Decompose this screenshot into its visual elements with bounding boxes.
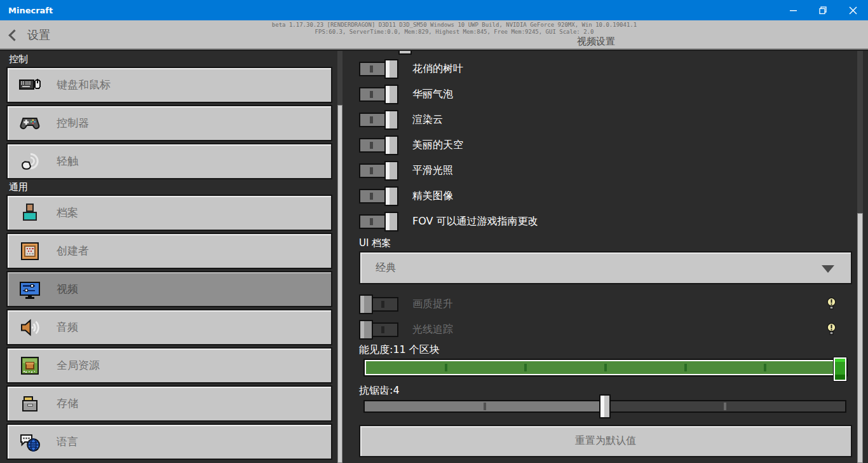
sidebar-item-label: 音频 (57, 320, 78, 335)
sidebar-item-label: 语言 (57, 434, 78, 449)
toggle-row: 平滑光照 (359, 158, 858, 183)
toggle-label: 美丽的天空 (412, 139, 463, 152)
sidebar-item-profile[interactable]: 档案 (6, 195, 332, 231)
slider-tick (445, 364, 447, 371)
sidebar-item-controller[interactable]: 控制器 (6, 105, 332, 141)
global-resources-icon (18, 354, 41, 377)
sidebar: 控制 键盘和鼠标 控制器 轻触 通用 档案 创建者 视频 音频 全局资源 存储 … (0, 51, 346, 463)
sidebar-item-label: 档案 (57, 205, 78, 220)
window-titlebar: Minecraft (0, 0, 868, 20)
page-title: 视频设置 (577, 36, 615, 48)
slider-tick (524, 364, 527, 371)
sidebar-scrollbar-thumb[interactable] (337, 105, 342, 463)
toggle-label: FOV 可以通过游戏指南更改 (412, 215, 538, 228)
lightbulb-icon (827, 322, 836, 336)
toggle-label: 精美图像 (412, 190, 453, 203)
ui-profile-label: UI 档案 (359, 237, 391, 249)
toggle-switch[interactable] (359, 161, 398, 181)
keyboard-mouse-icon (18, 74, 41, 97)
debug-info: beta 1.17.30.23 [RENDERDRAGON] D3D11 D3D… (0, 22, 868, 36)
audio-icon (18, 316, 41, 339)
toggle-label: 华丽气泡 (412, 88, 453, 101)
toggle-label: 渲染云 (412, 113, 443, 127)
ui-profile-value: 经典 (376, 261, 396, 275)
toggle-switch[interactable] (359, 135, 398, 155)
toggle-switch[interactable] (359, 110, 398, 130)
sidebar-item-label: 键盘和鼠标 (57, 78, 111, 92)
render-distance-track (366, 361, 845, 374)
sidebar-item-label: 控制器 (57, 116, 89, 130)
toggle-switch (359, 320, 398, 340)
toggle-switch (359, 294, 398, 314)
slider-tick (604, 364, 607, 371)
sidebar-item-label: 存储 (57, 396, 78, 411)
sidebar-item-storage[interactable]: 存储 (6, 385, 332, 422)
chevron-down-icon (822, 265, 834, 273)
slider-tick (764, 364, 766, 371)
app-title: Minecraft (0, 6, 53, 15)
disabled-toggle-list: 画质提升 光线追踪 (359, 291, 852, 342)
sidebar-item-language[interactable]: 语言 (6, 424, 332, 460)
slider-tick (484, 403, 486, 410)
sidebar-item-global-resources[interactable]: 全局资源 (6, 347, 332, 384)
settings-header: 设置 beta 1.17.30.23 [RENDERDRAGON] D3D11 … (0, 20, 868, 50)
restore-button[interactable] (808, 0, 838, 20)
toggle-row: 华丽气泡 (359, 81, 858, 107)
render-distance-slider[interactable] (363, 359, 848, 377)
creator-icon (18, 240, 41, 263)
debug-line-2: FPS:60.3, ServerTime:0.0, Mem:829, Highe… (0, 29, 868, 36)
sidebar-item-audio[interactable]: 音频 (6, 309, 332, 345)
sidebar-item-label: 视频 (57, 282, 78, 296)
sidebar-item-label: 轻触 (57, 154, 78, 169)
sidebar-item-video[interactable]: 视频 (6, 271, 332, 307)
sidebar-item-label: 全局资源 (57, 358, 100, 373)
slider-tick (684, 364, 687, 371)
restore-icon (819, 6, 827, 15)
panel-scrollbar[interactable] (857, 51, 863, 463)
toggle-switch[interactable] (359, 186, 398, 206)
language-icon (18, 431, 41, 453)
settings-content: 控制 键盘和鼠标 控制器 轻触 通用 档案 创建者 视频 音频 全局资源 存储 … (0, 51, 868, 463)
minimize-button[interactable] (778, 0, 808, 20)
toggle-switch[interactable] (359, 59, 398, 79)
toggle-label: 平滑光照 (412, 164, 453, 177)
close-icon (849, 6, 857, 15)
toggle-label: 画质提升 (412, 298, 453, 311)
sidebar-section-label: 控制 (9, 53, 346, 65)
video-icon (18, 278, 41, 301)
profile-icon (18, 202, 41, 225)
antialiasing-knob[interactable] (599, 394, 611, 418)
antialiasing-label: 抗锯齿:4 (359, 384, 400, 397)
clipped-toggle-above (398, 51, 412, 55)
reset-defaults-button[interactable]: 重置为默认值 (359, 425, 852, 457)
storage-icon (18, 392, 41, 415)
ui-profile-dropdown[interactable]: 经典 (359, 251, 852, 284)
sidebar-item-creator[interactable]: 创建者 (6, 233, 332, 269)
render-distance-label: 能见度:11 个区块 (359, 343, 440, 357)
slider-tick (724, 403, 726, 410)
sidebar-item-label: 创建者 (57, 244, 89, 258)
render-distance-knob[interactable] (834, 357, 846, 381)
touch-icon (18, 150, 41, 173)
toggle-row: FOV 可以通过游戏指南更改 (359, 209, 858, 234)
toggle-row: 光线追踪 (359, 317, 852, 342)
sidebar-item-touch[interactable]: 轻触 (6, 143, 332, 179)
controller-icon (18, 112, 41, 135)
toggle-label: 光线追踪 (412, 323, 453, 336)
toggle-row: 精美图像 (359, 183, 858, 209)
video-settings-panel: 花俏的树叶 华丽气泡 渲染云 美丽的天空 平滑光照 精美图像 FOV 可以通过游… (346, 51, 868, 463)
toggle-row: 画质提升 (359, 291, 852, 317)
panel-scrollbar-thumb[interactable] (857, 213, 863, 463)
sidebar-section-label: 通用 (9, 181, 346, 193)
toggle-switch[interactable] (359, 212, 398, 232)
toggle-switch[interactable] (359, 85, 398, 104)
close-button[interactable] (838, 0, 868, 20)
lightbulb-icon (827, 297, 836, 311)
toggle-row: 美丽的天空 (359, 132, 858, 158)
toggle-row: 花俏的树叶 (359, 56, 858, 81)
toggle-row: 渲染云 (359, 107, 858, 132)
minimize-icon (790, 6, 797, 14)
sidebar-item-keyboard-mouse[interactable]: 键盘和鼠标 (6, 67, 332, 103)
antialiasing-slider[interactable] (363, 400, 846, 413)
sidebar-scrollbar[interactable] (337, 51, 342, 463)
